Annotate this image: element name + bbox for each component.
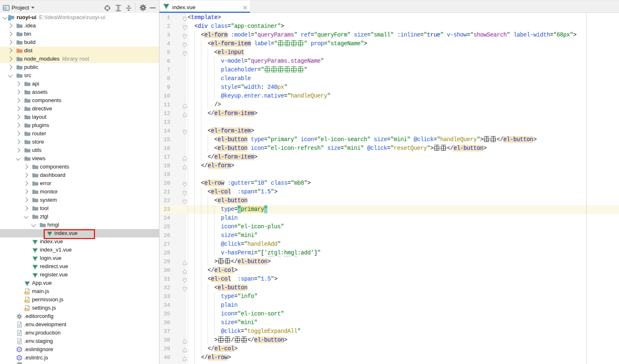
svg-text:JS: JS — [25, 300, 28, 303]
svg-text:JS: JS — [25, 308, 28, 311]
svg-text:JS: JS — [25, 292, 28, 294]
